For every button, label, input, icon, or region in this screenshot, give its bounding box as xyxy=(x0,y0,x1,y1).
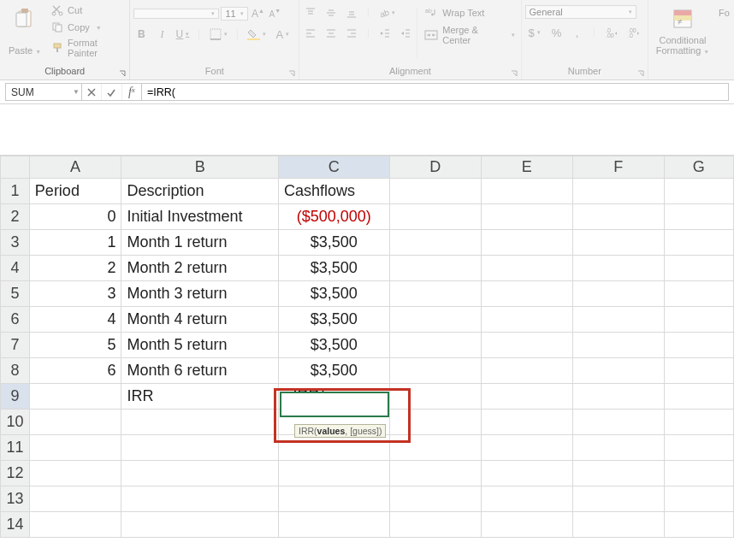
cell[interactable] xyxy=(389,204,481,230)
cell[interactable] xyxy=(389,512,481,538)
italic-button[interactable]: I xyxy=(154,26,169,43)
decrease-font-button[interactable]: A▼ xyxy=(267,5,282,22)
cell[interactable] xyxy=(664,358,733,384)
copy-button[interactable]: Copy▼ xyxy=(48,20,126,35)
cell[interactable] xyxy=(664,230,733,256)
cell[interactable] xyxy=(664,384,733,410)
col-header-B[interactable]: B xyxy=(121,156,279,179)
cell[interactable] xyxy=(572,435,664,461)
alignment-launcher[interactable] xyxy=(510,69,518,78)
accounting-format-button[interactable]: $▾ xyxy=(525,24,544,41)
percent-format-button[interactable]: % xyxy=(549,24,565,41)
cell[interactable] xyxy=(664,256,733,281)
cut-button[interactable]: Cut xyxy=(48,3,126,18)
cell[interactable] xyxy=(481,512,572,538)
row-header[interactable]: 2 xyxy=(1,204,30,230)
cell[interactable] xyxy=(481,307,572,333)
cell[interactable] xyxy=(664,281,733,307)
cell[interactable] xyxy=(664,512,733,538)
cell[interactable]: IRR xyxy=(121,384,279,410)
cell[interactable]: 1 xyxy=(29,230,121,256)
cell[interactable]: 3 xyxy=(29,281,121,307)
font-size-combo[interactable]: 11▾ xyxy=(221,7,248,21)
number-launcher[interactable] xyxy=(636,69,645,78)
cell[interactable] xyxy=(572,384,664,410)
col-header-F[interactable]: F xyxy=(572,156,664,179)
cell[interactable] xyxy=(121,435,279,461)
cell[interactable] xyxy=(664,486,733,512)
cell[interactable]: 4 xyxy=(29,307,121,333)
cell[interactable]: $3,500 xyxy=(279,307,390,333)
cell[interactable]: Cashflows xyxy=(279,179,390,204)
row-header[interactable]: 3 xyxy=(1,230,30,256)
format-as-partial[interactable]: Fo xyxy=(713,3,731,59)
cell[interactable] xyxy=(481,204,572,230)
clipboard-launcher[interactable] xyxy=(118,69,127,78)
cell[interactable] xyxy=(389,307,481,333)
format-painter-button[interactable]: Format Painter xyxy=(48,37,126,59)
cell[interactable] xyxy=(389,486,481,512)
cell[interactable] xyxy=(572,410,664,435)
row-header[interactable]: 5 xyxy=(1,281,30,307)
cell[interactable]: Description xyxy=(121,179,279,204)
cell[interactable] xyxy=(279,461,390,486)
cell[interactable] xyxy=(29,512,121,538)
row-header[interactable]: 6 xyxy=(1,307,30,333)
decrease-decimal-button[interactable]: .00.0 xyxy=(625,24,642,41)
cell[interactable] xyxy=(572,486,664,512)
cell[interactable] xyxy=(279,486,390,512)
formula-input[interactable]: =IRR( xyxy=(142,83,729,101)
cell[interactable] xyxy=(121,410,279,435)
name-box[interactable]: SUM ▼ xyxy=(5,83,82,101)
cell[interactable] xyxy=(121,512,279,538)
wrap-text-button[interactable]: ab Wrap Text xyxy=(421,5,517,21)
cell[interactable]: 0 xyxy=(29,204,121,230)
cell-active[interactable]: =IRR( xyxy=(279,384,390,410)
cell[interactable] xyxy=(389,230,481,256)
orientation-button[interactable]: ab▾ xyxy=(377,5,396,21)
col-header-G[interactable]: G xyxy=(664,156,733,179)
row-header[interactable]: 9 xyxy=(1,384,30,410)
cell[interactable] xyxy=(389,410,481,435)
cell[interactable] xyxy=(664,179,733,204)
insert-function-button[interactable]: fx xyxy=(121,84,141,100)
increase-indent-button[interactable] xyxy=(398,26,413,41)
cell[interactable] xyxy=(481,333,572,358)
cell[interactable] xyxy=(29,410,121,435)
cell[interactable] xyxy=(29,384,121,410)
cell[interactable] xyxy=(389,333,481,358)
col-header-A[interactable]: A xyxy=(29,156,121,179)
cell[interactable] xyxy=(572,333,664,358)
cancel-formula-button[interactable] xyxy=(82,84,101,100)
cell[interactable] xyxy=(121,461,279,486)
cell[interactable] xyxy=(481,256,572,281)
increase-font-button[interactable]: A▲ xyxy=(250,5,265,22)
cell[interactable] xyxy=(572,281,664,307)
col-header-D[interactable]: D xyxy=(389,156,481,179)
col-header-E[interactable]: E xyxy=(481,156,572,179)
font-color-button[interactable]: A▾ xyxy=(272,26,293,43)
cell[interactable]: Initial Investment xyxy=(121,204,279,230)
cell[interactable] xyxy=(29,435,121,461)
cell[interactable] xyxy=(29,486,121,512)
cell[interactable] xyxy=(664,204,733,230)
underline-button[interactable]: U▾ xyxy=(175,26,190,43)
cell[interactable] xyxy=(389,461,481,486)
row-header[interactable]: 14 xyxy=(1,512,30,538)
cell[interactable] xyxy=(481,410,572,435)
align-bottom-button[interactable] xyxy=(344,5,359,21)
cell[interactable] xyxy=(389,179,481,204)
cell[interactable] xyxy=(481,384,572,410)
enter-formula-button[interactable] xyxy=(101,84,121,100)
cell[interactable] xyxy=(481,461,572,486)
paste-button[interactable]: Paste▼ xyxy=(3,3,46,59)
number-format-combo[interactable]: General▾ xyxy=(525,5,636,19)
row-header[interactable]: 4 xyxy=(1,256,30,281)
cell[interactable] xyxy=(481,486,572,512)
row-header[interactable]: 8 xyxy=(1,358,30,384)
align-top-button[interactable] xyxy=(303,5,318,21)
row-header[interactable]: 7 xyxy=(1,333,30,358)
cell[interactable]: Month 3 return xyxy=(121,281,279,307)
cell[interactable] xyxy=(572,358,664,384)
cell[interactable]: Month 1 return xyxy=(121,230,279,256)
